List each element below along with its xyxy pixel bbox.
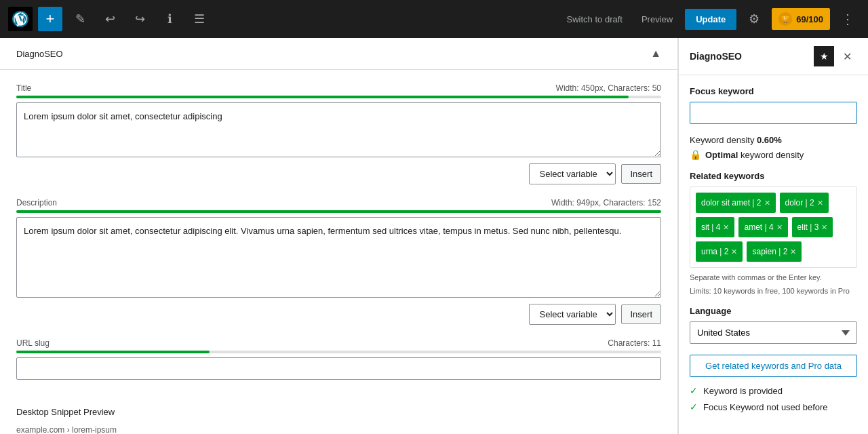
redo-button[interactable]: ↪ [127,7,152,31]
content-section: Title Width: 450px, Characters: 50 Lorem… [0,70,677,407]
undo-button[interactable]: ↩ [98,7,122,31]
main-layout: DiagnoSEO ▲ Title Width: 450px, Characte… [0,38,868,434]
optimal-row: 🔒 Optimal keyword density [690,149,857,160]
slug-progress-bar [16,351,210,353]
preview-button[interactable]: Preview [635,10,679,28]
diagnoseo-title: DiagnoSEO [16,49,63,59]
edit-button[interactable]: ✎ [68,7,92,31]
update-button[interactable]: Update [685,9,736,30]
right-panel: DiagnoSEO ★ ✕ Focus keyword Lorem ipsum … [678,38,868,434]
tag-urna: urna | 2✕ [696,241,743,262]
get-keywords-button[interactable]: Get related keywords and Pro data [690,355,857,377]
slug-field-group: URL slug Characters: 11 lorem-ipsum [16,338,661,380]
right-panel-body: Focus keyword Lorem ipsum Keyword densit… [679,75,868,429]
description-progress-bar [16,210,661,213]
tag-dolor-sit-amet: dolor sit amet | 2✕ [696,193,776,213]
focus-keyword-input[interactable]: Lorem ipsum [690,102,857,124]
tag-label: dolor sit amet | 2 [701,198,762,208]
title-select-variable[interactable]: Select variable [529,163,616,184]
topbar: + ✎ ↩ ↪ ℹ ☰ Switch to draft Preview Upda… [0,0,868,38]
tag-dolor: dolor | 2✕ [780,193,829,213]
slug-label-row: URL slug Characters: 11 [16,338,661,348]
diagnoseo-header: DiagnoSEO ▲ [0,38,677,70]
description-field-group: Description Width: 949px, Characters: 15… [16,198,661,326]
tag-sit: sit | 4✕ [696,217,734,237]
related-keywords-section: Related keywords dolor sit amet | 2✕dolo… [690,171,857,295]
right-panel-header: DiagnoSEO ★ ✕ [679,38,868,75]
tag-sapien: sapien | 2✕ [747,241,802,262]
tag-remove[interactable]: ✕ [821,223,827,232]
star-button[interactable]: ★ [814,46,834,66]
related-keywords-label: Related keywords [690,171,857,181]
language-section: Language United States [690,306,857,344]
more-options-button[interactable]: ⋮ [835,7,860,31]
description-progress-container [16,210,661,213]
keyword-density-section: Keyword density 0.60% 🔒 Optimal keyword … [690,135,857,160]
keyword-density-value: 0.60% [757,135,782,145]
check-label-0: Keyword is provided [703,386,783,396]
title-select-insert-row: Select variable Insert [16,163,661,184]
description-label: Description [16,198,57,208]
language-select[interactable]: United States [690,321,857,344]
slug-meta: Characters: 11 [608,338,661,348]
snippet-preview: Desktop Snippet Preview example.com › lo… [0,407,677,434]
tag-label: sapien | 2 [752,247,787,256]
lock-icon: 🔒 [690,149,701,160]
tag-remove[interactable]: ✕ [723,223,729,232]
focus-keyword-label: Focus keyword [690,86,857,96]
check-label-1: Focus Keyword not used before [703,402,828,412]
check-icon-1: ✓ [690,401,698,412]
gear-button[interactable]: ⚙ [742,7,766,31]
title-field-group: Title Width: 450px, Characters: 50 Lorem… [16,83,661,184]
wp-logo[interactable] [8,7,33,31]
tag-remove[interactable]: ✕ [764,199,770,208]
title-textarea[interactable]: Lorem ipsum dolor sit amet, consectetur … [16,102,661,157]
hint-text: Separate with commas or the Enter key. [690,273,857,281]
tag-remove[interactable]: ✕ [817,199,823,208]
tag-label: urna | 2 [701,247,728,256]
description-label-row: Description Width: 949px, Characters: 15… [16,198,661,208]
language-label: Language [690,306,857,316]
tag-label: dolor | 2 [785,198,814,208]
title-progress-bar [16,96,629,98]
right-panel-title: DiagnoSEO [690,51,742,62]
tags-container: dolor sit amet | 2✕dolor | 2✕sit | 4✕ame… [690,186,857,268]
switch-draft-button[interactable]: Switch to draft [560,10,629,28]
title-meta: Width: 450px, Characters: 50 [556,83,661,93]
description-textarea[interactable]: Lorem ipsum dolor sit amet, consectetur … [16,217,661,298]
limits-text: Limits: 10 keywords in free, 100 keyword… [690,287,857,295]
close-button[interactable]: ✕ [837,46,857,66]
snippet-url: example.com › lorem-ipsum [16,425,661,434]
slug-input[interactable]: lorem-ipsum [16,357,661,380]
tag-label: elit | 3 [797,222,819,232]
seo-score-label: 69/100 [796,14,823,24]
tag-remove[interactable]: ✕ [731,248,737,256]
snippet-preview-label: Desktop Snippet Preview [16,407,661,417]
tag-label: sit | 4 [701,222,720,232]
list-button[interactable]: ☰ [187,7,212,31]
seo-score-button[interactable]: 🏆 69/100 [772,8,830,30]
focus-keyword-section: Focus keyword Lorem ipsum [690,86,857,124]
tag-remove[interactable]: ✕ [790,248,796,256]
title-insert-button[interactable]: Insert [621,164,661,184]
slug-progress-container [16,351,661,353]
collapse-button[interactable]: ▲ [650,47,661,60]
tag-amet: amet | 4✕ [738,217,787,237]
description-select-variable[interactable]: Select variable [529,304,616,325]
title-label: Title [16,83,31,93]
title-progress-container [16,96,661,98]
info-button[interactable]: ℹ [157,7,182,31]
check-icon-0: ✓ [690,385,698,396]
description-insert-button[interactable]: Insert [621,304,661,324]
tag-remove[interactable]: ✕ [776,223,783,232]
topbar-right: Switch to draft Preview Update ⚙ 🏆 69/10… [560,7,860,31]
tag-elit: elit | 3✕ [792,217,833,237]
tag-label: amet | 4 [744,222,773,232]
slug-label: URL slug [16,338,50,348]
description-select-insert-row: Select variable Insert [16,304,661,325]
keyword-density-row: Keyword density 0.60% [690,135,857,145]
add-button[interactable]: + [38,7,62,31]
check-item-0: ✓Keyword is provided [690,385,857,396]
checks-container: ✓Keyword is provided✓Focus Keyword not u… [690,385,857,412]
right-panel-actions: ★ ✕ [814,46,857,66]
